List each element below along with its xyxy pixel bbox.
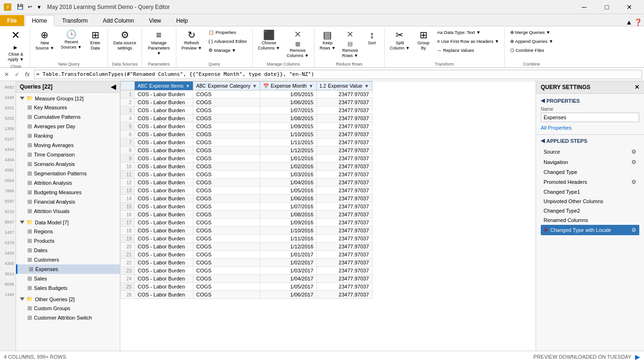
append-queries-button[interactable]: ⊕ Append Queries ▼	[508, 37, 556, 45]
manage-parameters-button[interactable]: ≡ ManageParameters ▼	[145, 28, 173, 58]
sidebar-item-sales-budgets[interactable]: ⊞ Sales Budgets	[16, 283, 120, 293]
step-navigation[interactable]: Navigation ⚙	[541, 157, 639, 167]
sidebar-item-expenses[interactable]: ⊞ Expenses	[16, 264, 120, 274]
query-name-input[interactable]	[541, 113, 639, 122]
minimize-button[interactable]: ─	[573, 0, 595, 14]
keep-rows-button[interactable]: ▤ KeepRows ▼	[317, 28, 338, 53]
tab-view[interactable]: View	[142, 15, 168, 26]
remove-columns-button[interactable]: ✕▦ RemoveColumns ▼	[284, 28, 311, 60]
table-row[interactable]: 19COS - Labor BurdenCOGS1/11/201623477.9…	[121, 235, 372, 243]
table-row[interactable]: 2COS - Labor BurdenCOGS1/06/201523477.97…	[121, 99, 372, 107]
col-filter-icon4[interactable]: ▼	[364, 83, 369, 89]
sidebar-item-moving-averages[interactable]: ⊞ Moving Averages	[16, 140, 120, 150]
undo-quick-btn[interactable]: ↩	[25, 3, 34, 11]
sidebar-item-segmentation-patterns[interactable]: ⊞ Segmentation Patterns	[16, 169, 120, 178]
step-changed-type1[interactable]: Changed Type1	[541, 187, 639, 197]
close-button[interactable]: ✕	[619, 0, 640, 14]
maximize-button[interactable]: □	[596, 0, 618, 14]
formula-cancel-btn[interactable]: ✕	[2, 70, 11, 79]
refresh-preview-button[interactable]: ↻ RefreshPreview ▼	[179, 28, 204, 53]
step-gear-promoted-headers[interactable]: ⚙	[631, 179, 636, 185]
step-unpivoted-other-columns[interactable]: Unpivoted Other Columns	[541, 197, 639, 206]
query-settings-close-btn[interactable]: ✕	[635, 84, 639, 90]
table-row[interactable]: 5COS - Labor BurdenCOGS1/09/201523477.97…	[121, 123, 372, 131]
tab-add-column[interactable]: Add Column	[96, 15, 141, 26]
sidebar-item-products[interactable]: ⊞ Products	[16, 236, 120, 246]
step-changed-type[interactable]: Changed Type	[541, 167, 639, 177]
table-row[interactable]: 16COS - Labor BurdenCOGS1/08/201623477.9…	[121, 211, 372, 219]
sidebar-item-customers[interactable]: ⊞ Customers	[16, 255, 120, 264]
advanced-editor-button[interactable]: { } Advanced Editor	[206, 37, 249, 45]
table-row[interactable]: 13COS - Labor BurdenCOGS1/05/201623477.9…	[121, 187, 372, 195]
sidebar-item-cumulative-patterns[interactable]: ⊞ Cumulative Patterns	[16, 112, 120, 122]
replace-values-button[interactable]: ↔ Replace Values	[435, 46, 501, 54]
data-type-button[interactable]: Aa Data Type: Text ▼	[435, 28, 501, 36]
group-by-button[interactable]: ⊞ GroupBy	[414, 28, 433, 53]
step-gear-source[interactable]: ⚙	[631, 148, 636, 155]
data-source-settings-button[interactable]: ⚙ Data sourcesettings	[111, 28, 139, 53]
choose-columns-button[interactable]: ⬛ ChooseColumns ▼	[256, 28, 282, 53]
quick-access-dropdown[interactable]: ▼	[35, 3, 43, 11]
table-row[interactable]: 10COS - Labor BurdenCOGS1/02/201623477.9…	[121, 163, 372, 171]
table-row[interactable]: 18COS - Labor BurdenCOGS1/10/201623477.9…	[121, 227, 372, 235]
formula-input[interactable]	[34, 70, 642, 79]
table-row[interactable]: 8COS - Labor BurdenCOGS1/12/201523477.97…	[121, 147, 372, 155]
step-gear-locale[interactable]: ⚙	[631, 227, 636, 233]
table-row[interactable]: 20COS - Labor BurdenCOGS1/12/201623477.9…	[121, 243, 372, 251]
new-source-button[interactable]: ⊕ NewSource ▼	[33, 28, 57, 53]
sidebar-item-dates[interactable]: ⊞ Dates	[16, 246, 120, 255]
sidebar-item-budgeting-measures[interactable]: ⊞ Budgeting Measures	[16, 188, 120, 197]
table-row[interactable]: 12COS - Labor BurdenCOGS1/04/201623477.9…	[121, 179, 372, 187]
step-gear-navigation[interactable]: ⚙	[631, 159, 636, 165]
step-renamed-columns[interactable]: Renamed Columns	[541, 215, 639, 225]
col-header-expense-category[interactable]: ABC Expense Category ▼	[193, 82, 260, 90]
sidebar-group-header-measure-groups[interactable]: 📁 Measure Groups [12]	[16, 94, 120, 103]
manage-button[interactable]: ⚙ Manage ▼	[206, 46, 249, 54]
col-filter-icon[interactable]: ▼	[185, 83, 190, 89]
sidebar-item-customer-attrition-switch[interactable]: ⊞ Customer Attrition Switch	[16, 313, 120, 322]
table-row[interactable]: 23COS - Labor BurdenCOGS1/03/201723477.9…	[121, 267, 372, 275]
use-first-row-button[interactable]: ≡ Use First Row as Headers ▼	[435, 37, 501, 45]
sidebar-scroll[interactable]: 📁 Measure Groups [12] ⊞ Key Measures ⊞ C…	[16, 93, 120, 351]
sidebar-item-custom-groups[interactable]: ⊞ Custom Groups	[16, 304, 120, 313]
table-row[interactable]: 15COS - Labor BurdenCOGS1/07/201623477.9…	[121, 203, 372, 211]
sidebar-item-attrition-visuals[interactable]: ⊞ Attrition Visuals	[16, 206, 120, 216]
col-header-expense-items[interactable]: ABC Expense Items ▼	[135, 82, 193, 90]
sidebar-item-scenario-analysis[interactable]: ⊞ Scenario Analysis	[16, 159, 120, 169]
sidebar-item-sales[interactable]: ⊞ Sales	[16, 274, 120, 283]
col-filter-icon3[interactable]: ▼	[309, 83, 314, 89]
data-table-wrapper[interactable]: ABC Expense Items ▼ ABC Expense Category…	[120, 81, 536, 351]
close-apply-button[interactable]: ✕▶ Close &Apply ▼	[6, 28, 26, 64]
save-quick-btn[interactable]: 💾	[16, 3, 25, 11]
properties-button[interactable]: 📋 Properties	[206, 28, 249, 36]
table-row[interactable]: 21COS - Labor BurdenCOGS1/01/201723477.9…	[121, 251, 372, 259]
col-header-expense-month[interactable]: 📅 Expense Month ▼	[260, 82, 316, 90]
step-promoted-headers[interactable]: Promoted Headers ⚙	[541, 177, 639, 187]
table-row[interactable]: 17COS - Labor BurdenCOGS1/09/201623477.9…	[121, 219, 372, 227]
sidebar-group-header-other-queries[interactable]: 📁 Other Queries [2]	[16, 295, 120, 304]
sort-button[interactable]: ↕ Sort	[363, 28, 381, 48]
table-row[interactable]: 3COS - Labor BurdenCOGS1/07/201523477.97…	[121, 107, 372, 115]
sidebar-item-financial-analysis[interactable]: ⊞ Financial Analysis	[16, 197, 120, 206]
sidebar-item-ranking[interactable]: ⊞ Ranking	[16, 131, 120, 140]
sidebar-item-regions[interactable]: ⊞ Regions	[16, 227, 120, 236]
table-row[interactable]: 7COS - Labor BurdenCOGS1/11/201523477.97…	[121, 139, 372, 147]
step-changed-type-locale[interactable]: ✕ Changed Type with Locale ⚙	[541, 225, 639, 235]
table-row[interactable]: 9COS - Labor BurdenCOGS1/01/201623477.97…	[121, 155, 372, 163]
formula-accept-btn[interactable]: ✓	[12, 70, 22, 79]
table-row[interactable]: 14COS - Labor BurdenCOGS1/06/201623477.9…	[121, 195, 372, 203]
sidebar-collapse-btn[interactable]: ◀	[111, 83, 116, 90]
table-row[interactable]: 24COS - Labor BurdenCOGS1/04/201723477.9…	[121, 275, 372, 283]
all-properties-link[interactable]: All Properties	[541, 125, 571, 131]
ribbon-collapse-btn[interactable]: ▲	[626, 18, 632, 26]
enter-data-button[interactable]: ⊞ EnterData	[86, 28, 105, 53]
table-row[interactable]: 26COS - Labor BurdenCOGS1/06/201723477.9…	[121, 291, 372, 299]
table-row[interactable]: 4COS - Labor BurdenCOGS1/08/201523477.97…	[121, 115, 372, 123]
sidebar-item-key-measures[interactable]: ⊞ Key Measures	[16, 103, 120, 112]
table-row[interactable]: 25COS - Labor BurdenCOGS1/05/201723477.9…	[121, 283, 372, 291]
combine-files-button[interactable]: ⬡ Combine Files	[508, 46, 556, 54]
sidebar-item-time-comparison[interactable]: ⊞ Time Comparison	[16, 150, 120, 159]
tab-help[interactable]: Help	[169, 15, 195, 26]
col-filter-icon2[interactable]: ▼	[252, 83, 257, 89]
tab-transform[interactable]: Transform	[55, 15, 95, 26]
